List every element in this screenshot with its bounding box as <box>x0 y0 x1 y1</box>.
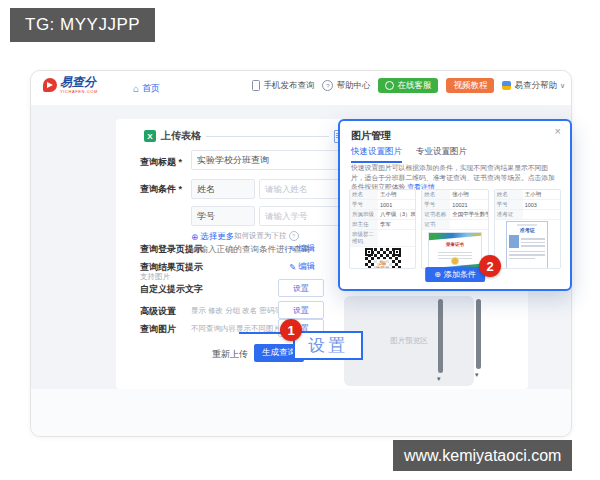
cell-value: 张小明 <box>450 190 487 199</box>
image-preview-placeholder: 图片预览区 <box>344 296 474 386</box>
cell-value: 全国中学生数学竞赛 <box>450 210 487 219</box>
cell-label: 准考证 <box>495 210 523 219</box>
chevron-down-icon: ∨ <box>560 82 565 90</box>
cell-label: 学号 <box>422 200 450 209</box>
certificate-image: 荣誉证书 <box>428 232 482 269</box>
edit-login-hint-link[interactable]: ✎ 编辑 <box>289 243 315 255</box>
modal-description: 快速设置图片可以根据添加的条件，实现不同查询结果显示不同图片，适合于分班群二维码… <box>351 163 560 192</box>
question-icon: ? <box>322 80 333 91</box>
tab-quick-set-image[interactable]: 快速设置图片 <box>351 146 402 163</box>
cell-label: 学号 <box>350 200 378 209</box>
certificate-seal <box>452 258 458 264</box>
edit-label: 编辑 <box>298 243 315 255</box>
modal-tabs: 快速设置图片 专业设置图片 <box>351 146 467 163</box>
online-service-button[interactable]: 在线客服 <box>378 78 438 93</box>
select-more-label: 选择更多 <box>200 231 234 243</box>
add-condition-button[interactable]: ⊕ 添加条件 <box>425 267 485 282</box>
link-mobile-publish[interactable]: 手机发布查询 <box>252 80 314 92</box>
excel-icon: X <box>144 130 156 142</box>
howto-dropdown-link[interactable]: 如何设置为下拉 ? <box>234 231 299 241</box>
cell-value: 王小明 <box>378 190 415 199</box>
screenshot-frame: 易查分 YICHAFEN.COM ⌂ 首页 手机发布查询 ? 帮助中心 在线客服… <box>30 70 572 437</box>
edit-result-hint-link[interactable]: ✎ 编辑 <box>289 261 315 273</box>
annotation-badge-2: 2 <box>479 255 501 277</box>
example-card-qrcode: 姓名王小明 学号1001 所属班级八年级（3）班 班主任李军 班级群二维码 3班… <box>349 189 416 269</box>
online-service-label: 在线客服 <box>397 80 431 92</box>
plus-icon: ⊕ <box>191 232 198 242</box>
cell-label: 姓名 <box>495 190 523 199</box>
cell-label: 学号 <box>495 200 523 209</box>
cell-value: 1001 <box>378 201 415 209</box>
edit-label: 编辑 <box>298 261 315 273</box>
logo-subtext: YICHAFEN.COM <box>60 89 98 94</box>
example-card-ticket: 姓名王小明 学号1003 准考证 准考证 <box>494 189 561 269</box>
cell-value: 李军 <box>378 220 415 229</box>
query-title-label: 查询标题 * <box>140 156 182 169</box>
video-tutorial-button[interactable]: 视频教程 <box>446 78 494 93</box>
phone-icon <box>252 80 260 91</box>
qr-finder <box>393 248 401 256</box>
cell-value <box>378 237 415 239</box>
headset-icon <box>385 81 394 90</box>
preview-scrollbar[interactable] <box>438 299 443 373</box>
logo-text: 易查分 <box>60 76 98 89</box>
cell-value <box>523 214 560 216</box>
cell-label: 班级群二维码 <box>350 230 378 246</box>
cell-value: 1003 <box>523 201 560 209</box>
modal-description-text: 快速设置图片可以根据添加的条件，实现不同查询结果显示不同图片，适合于分班群二维码… <box>351 164 555 190</box>
cell-label: 姓名 <box>350 190 378 199</box>
preview-scrollbar[interactable] <box>476 299 481 369</box>
custom-text-set-button[interactable]: 设置 <box>278 279 324 297</box>
condition-field-name[interactable]: 姓名 <box>191 179 255 199</box>
cell-label: 证书名称 <box>422 210 450 219</box>
info-icon: ? <box>289 231 299 241</box>
query-image-label: 查询图片 <box>140 323 176 336</box>
howto-dropdown-label: 如何设置为下拉 <box>234 231 287 241</box>
step-divider <box>206 136 329 137</box>
help-dropdown-label: 易查分帮助 <box>514 80 557 92</box>
help-dropdown[interactable]: 易查分帮助 ∨ <box>502 80 565 92</box>
cell-label: 证书 <box>422 220 450 229</box>
nav-home-label: 首页 <box>142 82 160 95</box>
cell-label: 姓名 <box>422 190 450 199</box>
cell-label: 班主任 <box>350 220 378 229</box>
logo-icon <box>43 78 57 92</box>
image-management-modal: 图片管理 × 快速设置图片 专业设置图片 快速设置图片可以根据添加的条件，实现不… <box>338 119 572 291</box>
certificate-title: 荣誉证书 <box>429 242 481 247</box>
link-help-center[interactable]: ? 帮助中心 <box>322 80 370 92</box>
modal-title: 图片管理 <box>351 129 391 143</box>
custom-text-label: 自定义提示文字 <box>140 283 203 296</box>
condition-field-name[interactable]: 学号 <box>191 206 255 226</box>
ticket-title: 准考证 <box>509 227 545 233</box>
link-help-label: 帮助中心 <box>336 80 370 92</box>
ticket-subtitle-line <box>517 224 537 226</box>
select-more-link[interactable]: ⊕ 选择更多 <box>191 231 234 243</box>
certificate-ribbon <box>428 232 482 240</box>
zoom-callout-box: 设置 <box>293 331 363 360</box>
step-upload-label: 上传表格 <box>161 129 201 143</box>
scroll-down-icon[interactable]: ▾ <box>475 371 479 378</box>
advanced-settings-desc: 显示 修改 分组 改名 密码等 <box>191 306 282 316</box>
qr-finder <box>365 248 373 256</box>
link-mobile-label: 手机发布查询 <box>263 80 314 92</box>
cell-value <box>450 224 487 226</box>
cell-value: 10021 <box>450 201 487 209</box>
tg-badge: TG: MYYJJPP <box>10 8 155 42</box>
advanced-settings-label: 高级设置 <box>140 305 176 318</box>
advanced-set-button[interactable]: 设置 <box>278 301 324 319</box>
close-icon[interactable]: × <box>555 125 561 137</box>
result-hint-sub: 支持图片 <box>140 272 170 282</box>
nav-home[interactable]: ⌂ 首页 <box>133 82 160 95</box>
qr-center-label: 3班 欢迎你 <box>374 259 392 269</box>
reupload-button[interactable]: 重新上传 <box>212 348 248 361</box>
cell-value: 王小明 <box>523 190 560 199</box>
home-icon: ⌂ <box>133 84 139 94</box>
pencil-icon: ✎ <box>289 262 296 272</box>
add-condition-label: 添加条件 <box>444 269 476 280</box>
tab-pro-set-image[interactable]: 专业设置图片 <box>416 146 467 163</box>
app-logo[interactable]: 易查分 YICHAFEN.COM <box>43 76 98 94</box>
watermark: www.kemiyataoci.com <box>393 440 572 471</box>
scroll-down-icon[interactable]: ▾ <box>437 375 441 382</box>
footer-strip <box>31 389 571 436</box>
app-header: 易查分 YICHAFEN.COM ⌂ 首页 手机发布查询 ? 帮助中心 在线客服… <box>31 71 571 105</box>
